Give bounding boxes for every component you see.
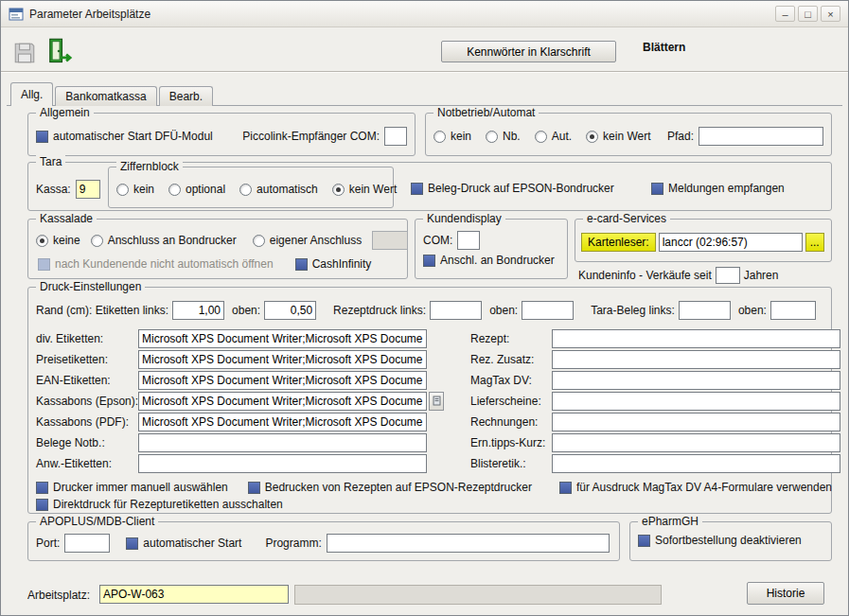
div-etiketten-input[interactable] xyxy=(138,329,427,348)
group-kassalade: Kassalade keine Anschluss an Bondrucker … xyxy=(27,219,408,279)
printer-settings-icon xyxy=(433,395,441,409)
kassabons-pdf-input[interactable] xyxy=(138,413,427,431)
kundendisplay-com-input[interactable] xyxy=(457,231,480,250)
kassa-input[interactable] xyxy=(76,180,100,199)
pfad-input[interactable] xyxy=(699,127,823,146)
minimize-button[interactable]: – xyxy=(775,6,795,22)
notbetrieb-aut-radio[interactable] xyxy=(535,131,547,143)
anschl-bondrucker-label: Anschl. an Bondrucker xyxy=(440,254,555,267)
beleg-druck-epson-checkbox[interactable] xyxy=(411,183,423,195)
ziffernblock-keinwert-radio[interactable] xyxy=(332,184,345,196)
bedrucken-rezepte-checkbox[interactable] xyxy=(248,482,260,494)
erntipps-kurz-input[interactable] xyxy=(552,433,840,452)
printer-column-left: div. Etiketten: Preisetiketten: EAN-Etik… xyxy=(36,329,444,475)
programm-input[interactable] xyxy=(327,534,610,553)
kundeninfo-label: Kundeninfo - Verkäufe seit xyxy=(578,269,712,282)
printer-field-row: Lieferscheine: xyxy=(470,392,840,411)
window-title: Parameter Arbeitsplätze xyxy=(29,8,150,21)
printer-field-row: Kassabons (PDF): xyxy=(36,413,444,431)
kassalade-bondrucker-radio[interactable] xyxy=(91,235,103,247)
notbetrieb-kein-radio[interactable] xyxy=(433,131,446,143)
rezeptdruck-links-input[interactable] xyxy=(430,301,482,320)
group-ecard-title: e-card-Services xyxy=(583,212,670,226)
kassalade-eigener-radio[interactable] xyxy=(253,235,265,247)
apoplus-autostart-checkbox[interactable] xyxy=(126,537,138,550)
rezept-input[interactable] xyxy=(552,329,840,348)
exit-button[interactable] xyxy=(44,37,73,68)
arbeitsplatz-info-field xyxy=(294,585,662,605)
direktdruck-checkbox[interactable] xyxy=(36,499,48,511)
ean-etiketten-input[interactable] xyxy=(138,371,427,390)
magtax-a4-checkbox[interactable] xyxy=(559,482,572,494)
kartenleser-button[interactable]: Kartenleser: xyxy=(581,233,656,252)
printer-columns: div. Etiketten: Preisetiketten: EAN-Etik… xyxy=(28,320,831,475)
tarabeleg-links-input[interactable] xyxy=(679,301,731,320)
close-button[interactable]: × xyxy=(821,6,840,22)
kennwoerter-klarschrift-button[interactable]: Kennwörter in Klarschrift xyxy=(441,41,616,62)
belege-notb-input[interactable] xyxy=(138,433,427,452)
kassabons-epson-input[interactable] xyxy=(138,392,427,411)
printer-field-row: EAN-Etiketten: xyxy=(36,371,444,390)
etiketten-links-input[interactable] xyxy=(172,301,224,320)
arbeitsplatz-input[interactable] xyxy=(99,585,289,604)
group-ziffernblock: Ziffernblock kein optional automatisch k… xyxy=(108,167,394,208)
save-button[interactable] xyxy=(12,41,37,68)
rezeptdruck-oben-label: oben: xyxy=(489,304,518,317)
printer-field-row: Rez. Zusatz: xyxy=(470,350,840,369)
rand-row: Rand (cm): Etiketten links: oben: Rezept… xyxy=(28,288,831,320)
anschl-bondrucker-checkbox[interactable] xyxy=(423,255,435,267)
rechnungen-input[interactable] xyxy=(552,413,840,431)
notbetrieb-nb-radio[interactable] xyxy=(486,131,498,143)
magtax-dv-input[interactable] xyxy=(552,371,840,390)
div-etiketten-label: div. Etiketten: xyxy=(36,332,138,345)
programm-label: Programm: xyxy=(265,537,321,550)
tab-bankomatkassa[interactable]: Bankomatkassa xyxy=(55,86,156,106)
historie-button[interactable]: Historie xyxy=(747,582,824,605)
app-icon xyxy=(9,7,24,22)
preisetiketten-input[interactable] xyxy=(138,350,427,369)
printer-field-row: Rezept: xyxy=(470,329,840,348)
kassabons-epson-settings-button[interactable] xyxy=(429,392,444,411)
group-notbetrieb: Notbetrieb/Automat kein Nb. Aut. kein We… xyxy=(425,113,832,156)
lieferscheine-input[interactable] xyxy=(552,392,840,411)
ean-etiketten-label: EAN-Etiketten: xyxy=(36,374,138,387)
kassa-label: Kassa: xyxy=(36,183,71,196)
piccolink-com-input[interactable] xyxy=(384,127,407,146)
meldungen-empfangen-checkbox[interactable] xyxy=(651,183,663,195)
port-input[interactable] xyxy=(64,534,110,553)
notbetrieb-keinwert-radio[interactable] xyxy=(586,131,598,143)
kassalade-eigener-label: eigener Anschluss xyxy=(270,234,362,247)
kartenleser-input[interactable] xyxy=(659,233,803,252)
nach-kundenende-checkbox xyxy=(38,258,50,271)
kartenleser-more-button[interactable]: ... xyxy=(805,233,824,252)
printer-field-row: div. Etiketten: xyxy=(36,329,444,348)
kundeninfo-jahre-input[interactable] xyxy=(716,267,740,284)
notbetrieb-kein-label: kein xyxy=(451,130,471,143)
ziffernblock-kein-radio[interactable] xyxy=(116,184,129,196)
tab-allg[interactable]: Allg. xyxy=(10,82,53,106)
tarabeleg-oben-input[interactable] xyxy=(770,301,816,320)
blisteretik-input[interactable] xyxy=(552,454,840,473)
rezeptdruck-oben-input[interactable] xyxy=(522,301,574,320)
kassalade-keine-radio[interactable] xyxy=(36,235,48,247)
maximize-button[interactable]: □ xyxy=(798,6,818,22)
erntipps-kurz-label: Ern.tipps-Kurz: xyxy=(470,436,552,449)
etiketten-oben-input[interactable] xyxy=(264,301,316,320)
cashinfinity-checkbox[interactable] xyxy=(295,258,308,271)
ziffernblock-automatisch-radio[interactable] xyxy=(239,184,252,196)
printer-field-row: Belege Notb.: xyxy=(36,433,444,452)
blaettern-label: Blättern xyxy=(643,41,685,54)
drucker-manuell-checkbox[interactable] xyxy=(36,482,48,494)
kassabons-pdf-label: Kassabons (PDF): xyxy=(36,415,138,429)
notbetrieb-keinwert-label: kein Wert xyxy=(603,130,650,143)
ziffernblock-optional-radio[interactable] xyxy=(168,184,181,196)
anw-etiketten-input[interactable] xyxy=(138,454,427,473)
tab-bearb[interactable]: Bearb. xyxy=(159,86,213,106)
sofortbestellung-checkbox[interactable] xyxy=(638,535,650,547)
ziffernblock-automatisch-label: automatisch xyxy=(256,183,318,196)
ziffernblock-kein-label: kein xyxy=(133,183,154,196)
rez-zusatz-input[interactable] xyxy=(552,350,840,369)
ziffernblock-keinwert-label: kein Wert xyxy=(349,183,397,196)
cashinfinity-label: CashInfinity xyxy=(312,257,372,271)
dfu-modul-checkbox[interactable] xyxy=(36,131,48,143)
